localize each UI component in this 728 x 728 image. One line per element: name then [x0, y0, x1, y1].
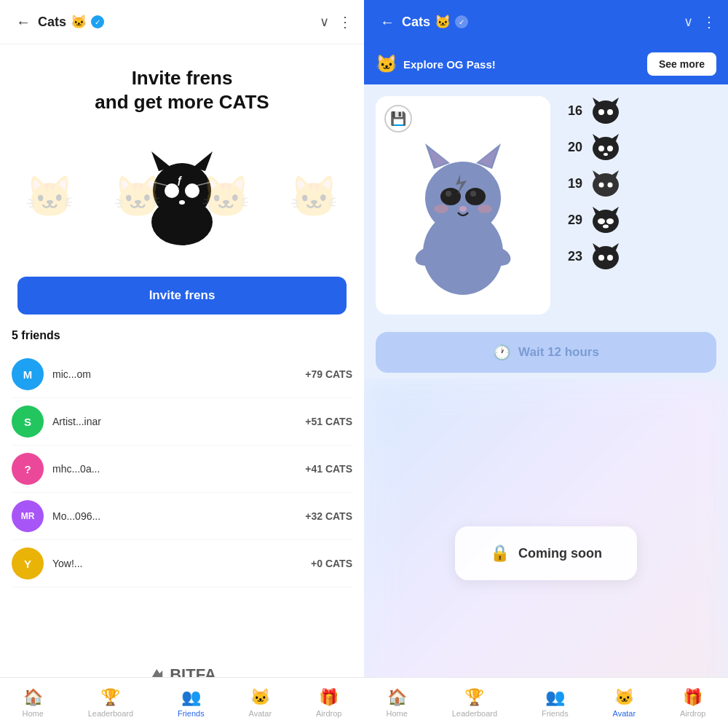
- left-nav-airdrop[interactable]: 🎁 Airdrop: [316, 688, 341, 718]
- right-nav-home[interactable]: 🏠 Home: [386, 688, 407, 718]
- left-nav-home-label: Home: [22, 709, 43, 718]
- left-verified-icon: ✓: [91, 15, 104, 28]
- cat-face-3: [590, 205, 622, 234]
- right-nav-avatar[interactable]: 🐱 Avatar: [613, 688, 636, 718]
- lock-icon: 🔒: [490, 544, 510, 563]
- cat-number-item-4[interactable]: 23: [562, 242, 716, 271]
- right-header-right: ∨ ⋮: [684, 13, 716, 31]
- side-cat-right: 🐱: [289, 173, 339, 221]
- leaderboard-icon: 🏆: [100, 688, 120, 707]
- svg-point-20: [459, 206, 467, 212]
- cat-number-2: 19: [562, 176, 582, 191]
- right-nav-leaderboard[interactable]: 🏆 Leaderboard: [452, 688, 497, 718]
- left-title-group: Cats 🐱 ✓: [38, 14, 320, 30]
- friend-item: Y Yow!... +0 CATS: [12, 540, 352, 587]
- left-more-button[interactable]: ⋮: [338, 13, 352, 31]
- right-back-button[interactable]: ←: [376, 10, 399, 33]
- friend-cats-0: +79 CATS: [305, 368, 352, 380]
- cat-number-item-1[interactable]: 20: [562, 132, 716, 162]
- avatar-icon-left: 🐱: [250, 688, 270, 707]
- right-airdrop-icon: 🎁: [683, 688, 703, 707]
- cat-illustration: 🐱 🐱 🐱 🐱: [17, 131, 347, 262]
- svg-point-34: [607, 146, 613, 151]
- right-nav-leaderboard-label: Leaderboard: [452, 709, 497, 718]
- friend-cats-1: +51 CATS: [305, 416, 352, 427]
- friend-avatar-3: MR: [12, 500, 44, 532]
- side-cats: 🐱 🐱 🐱 🐱: [17, 173, 347, 221]
- invite-button[interactable]: Invite frens: [17, 277, 347, 314]
- cat-number-0: 16: [562, 103, 582, 119]
- right-nav-friends[interactable]: 👥 Friends: [542, 688, 569, 718]
- svg-point-16: [440, 188, 461, 205]
- airdrop-icon-left: 🎁: [319, 688, 339, 707]
- left-panel: ← Cats 🐱 ✓ ∨ ⋮ Invite frens and get more…: [0, 0, 364, 728]
- friend-item: MR Mo...096... +32 CATS: [12, 493, 352, 540]
- svg-point-39: [599, 183, 604, 188]
- right-leaderboard-icon: 🏆: [464, 688, 484, 707]
- right-nav-home-label: Home: [386, 709, 407, 718]
- blue-cat-avatar: [397, 111, 529, 300]
- right-header-title: Cats: [402, 15, 430, 30]
- friend-name-3: Mo...096...: [52, 510, 305, 522]
- friend-avatar-1: S: [12, 405, 44, 438]
- friends-icon: 👥: [181, 688, 201, 707]
- friend-item: ? mhc...0a... +41 CATS: [12, 446, 352, 493]
- left-nav-leaderboard[interactable]: 🏆 Leaderboard: [88, 688, 133, 718]
- right-friends-icon: 👥: [545, 688, 565, 707]
- left-header: ← Cats 🐱 ✓ ∨ ⋮: [0, 0, 364, 44]
- side-cat-right2: 🐱: [201, 173, 251, 221]
- cat-number-3: 29: [562, 213, 582, 228]
- wait-button[interactable]: 🕐 Wait 12 hours: [376, 332, 716, 373]
- svg-point-19: [470, 191, 476, 197]
- cat-number-item-2[interactable]: 19: [562, 169, 716, 198]
- right-avatar-icon: 🐱: [614, 688, 634, 707]
- svg-point-51: [607, 255, 613, 261]
- left-nav-friends[interactable]: 👥 Friends: [178, 688, 205, 718]
- svg-point-50: [598, 255, 604, 261]
- friend-cats-3: +32 CATS: [305, 510, 352, 522]
- friend-item: M mic...om +79 CATS: [12, 351, 352, 398]
- save-icon[interactable]: 💾: [384, 105, 412, 132]
- right-chevron-icon[interactable]: ∨: [684, 14, 693, 30]
- og-pass-banner: 🐱 Explore OG Pass! See more: [364, 44, 728, 84]
- right-panel: ← Cats 🐱 ✓ ∨ ⋮ 🐱 Explore OG Pass! See mo…: [364, 0, 728, 728]
- friend-avatar-2: ?: [12, 453, 44, 485]
- left-nav-home[interactable]: 🏠 Home: [22, 688, 43, 718]
- svg-point-46: [603, 225, 609, 229]
- blurred-area: 🔒 Coming soon: [364, 379, 728, 728]
- friend-avatar-4: Y: [12, 547, 44, 579]
- see-more-button[interactable]: See more: [647, 52, 716, 76]
- svg-point-44: [598, 218, 605, 224]
- avatar-area: 💾: [364, 84, 728, 326]
- friend-name-0: mic...om: [52, 368, 305, 380]
- cat-number-item-3[interactable]: 29: [562, 205, 716, 234]
- svg-point-22: [478, 205, 492, 213]
- svg-point-18: [446, 191, 451, 197]
- svg-point-17: [465, 188, 486, 205]
- invite-section: Invite frens and get more CATS 🐱 🐱 🐱 🐱: [0, 44, 364, 329]
- left-nav-avatar[interactable]: 🐱 Avatar: [249, 688, 272, 718]
- right-home-icon: 🏠: [387, 688, 407, 707]
- right-nav-friends-label: Friends: [542, 709, 569, 718]
- cat-face-4: [590, 242, 622, 271]
- right-verified-icon: ✓: [455, 15, 468, 28]
- og-text: Explore OG Pass!: [403, 58, 647, 71]
- cat-number-1: 20: [562, 140, 582, 155]
- friend-avatar-0: M: [12, 358, 44, 390]
- friend-name-1: Artist...inar: [52, 416, 305, 427]
- svg-point-40: [608, 183, 613, 188]
- friend-name-4: Yow!...: [52, 558, 311, 569]
- left-back-button[interactable]: ←: [12, 10, 35, 33]
- left-nav-friends-label: Friends: [178, 709, 205, 718]
- cat-number-item-0[interactable]: 16: [562, 96, 716, 125]
- svg-marker-2: [151, 151, 171, 171]
- friend-item: S Artist...inar +51 CATS: [12, 398, 352, 446]
- svg-marker-3: [193, 151, 213, 171]
- right-more-button[interactable]: ⋮: [702, 13, 716, 31]
- og-cat-icon: 🐱: [376, 54, 397, 74]
- friend-cats-2: +41 CATS: [305, 463, 352, 475]
- right-nav-airdrop[interactable]: 🎁 Airdrop: [680, 688, 705, 718]
- left-chevron-icon[interactable]: ∨: [320, 14, 329, 30]
- right-header: ← Cats 🐱 ✓ ∨ ⋮: [364, 0, 728, 44]
- avatar-card: 💾: [376, 96, 550, 314]
